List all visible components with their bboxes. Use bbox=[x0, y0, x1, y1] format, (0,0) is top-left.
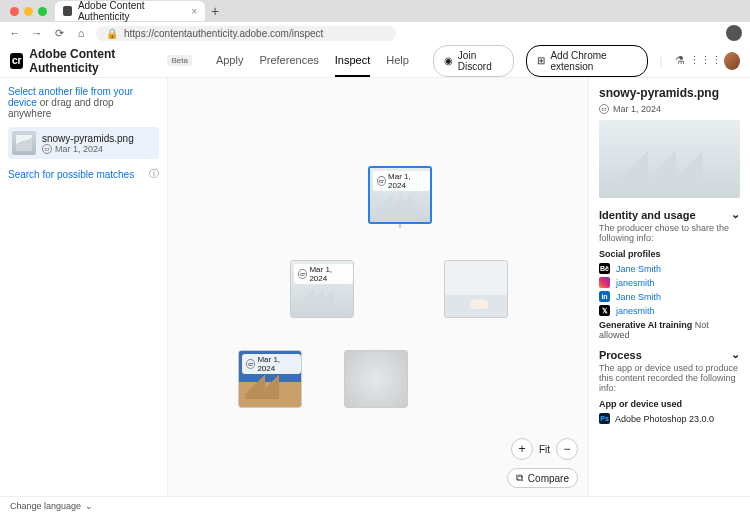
zoom-controls: + Fit − bbox=[511, 438, 578, 460]
compare-icon: ⧉ bbox=[516, 472, 523, 484]
nav-tabs: Apply Preferences Inspect Help bbox=[216, 45, 409, 77]
compare-label: Compare bbox=[528, 473, 569, 484]
behance-icon: Bē bbox=[599, 263, 610, 274]
process-head: Process bbox=[599, 349, 642, 361]
brand-icon: cr bbox=[10, 53, 23, 69]
instagram-icon bbox=[599, 277, 610, 288]
beta-badge: Beta bbox=[167, 55, 191, 66]
main: Select another file from your device or … bbox=[0, 78, 750, 496]
sidebar-left: Select another file from your device or … bbox=[0, 78, 168, 496]
tab-preferences[interactable]: Preferences bbox=[259, 45, 318, 77]
join-discord-button[interactable]: ◉ Join Discord bbox=[433, 45, 515, 77]
panel-title: snowy-pyramids.png bbox=[599, 86, 740, 100]
node-image bbox=[445, 261, 507, 317]
lock-icon: 🔒 bbox=[106, 28, 118, 39]
search-matches-link[interactable]: Search for possible matches bbox=[8, 169, 134, 180]
x-icon: 𝕏 bbox=[599, 305, 610, 316]
apps-grid-icon[interactable]: ⋮⋮⋮ bbox=[698, 54, 712, 68]
footer: Change language ⌄ bbox=[0, 496, 750, 514]
node-tag: crMar 1, 2024 bbox=[373, 171, 430, 191]
close-window-icon[interactable] bbox=[10, 7, 19, 16]
browser-profile-avatar[interactable] bbox=[726, 25, 742, 41]
credentials-icon: cr bbox=[42, 144, 52, 154]
tab-title: Adobe Content Authenticity bbox=[78, 0, 185, 22]
node-leaf-right[interactable] bbox=[344, 350, 408, 408]
brand[interactable]: cr Adobe Content Authenticity Beta bbox=[10, 47, 192, 75]
fit-label: Fit bbox=[539, 444, 550, 455]
discord-label: Join Discord bbox=[458, 50, 504, 72]
node-root[interactable]: crMar 1, 2024 bbox=[368, 166, 432, 224]
profile-linkedin: in Jane Smith bbox=[599, 291, 740, 302]
browser-chrome: Adobe Content Authenticity × + ← → ⟳ ⌂ 🔒… bbox=[0, 0, 750, 44]
favicon-icon bbox=[63, 6, 72, 16]
browser-tab[interactable]: Adobe Content Authenticity × bbox=[55, 1, 205, 21]
credentials-icon: cr bbox=[599, 104, 609, 114]
back-button[interactable]: ← bbox=[8, 27, 22, 39]
upload-hint: Select another file from your device or … bbox=[8, 86, 159, 119]
forward-button[interactable]: → bbox=[30, 27, 44, 39]
process-sub: The app or device used to produce this c… bbox=[599, 363, 740, 393]
provenance-canvas[interactable]: crMar 1, 2024 crMar 1, 2024 crMar 1, 202… bbox=[168, 78, 588, 496]
url-text: https://contentauthenticity.adobe.com/in… bbox=[124, 28, 323, 39]
genai-row: Generative AI training Not allowed bbox=[599, 320, 740, 340]
tab-apply[interactable]: Apply bbox=[216, 45, 244, 77]
file-card[interactable]: snowy-pyramids.png cr Mar 1, 2024 bbox=[8, 127, 159, 159]
node-mid-right[interactable] bbox=[444, 260, 508, 318]
details-panel: snowy-pyramids.png cr Mar 1, 2024 Identi… bbox=[588, 78, 750, 496]
tab-help[interactable]: Help bbox=[386, 45, 409, 77]
node-tag: crMar 1, 2024 bbox=[294, 264, 353, 284]
change-language-button[interactable]: Change language ⌄ bbox=[10, 501, 93, 511]
window-controls[interactable] bbox=[10, 7, 47, 16]
chevron-down-icon[interactable]: ⌄ bbox=[731, 208, 740, 221]
identity-sub: The producer chose to share the followin… bbox=[599, 223, 740, 243]
file-date: cr Mar 1, 2024 bbox=[42, 144, 134, 154]
reload-button[interactable]: ⟳ bbox=[52, 27, 66, 40]
compare-button[interactable]: ⧉ Compare bbox=[507, 468, 578, 488]
linkedin-icon: in bbox=[599, 291, 610, 302]
app-name: Adobe Photoshop 23.0.0 bbox=[615, 414, 714, 424]
photoshop-icon: Ps bbox=[599, 413, 610, 424]
brand-label: Adobe Content Authenticity bbox=[29, 47, 161, 75]
new-tab-button[interactable]: + bbox=[211, 4, 219, 18]
app-used-head: App or device used bbox=[599, 399, 740, 409]
maximize-window-icon[interactable] bbox=[38, 7, 47, 16]
profile-link[interactable]: Jane Smith bbox=[616, 292, 661, 302]
profile-link[interactable]: janesmith bbox=[616, 306, 655, 316]
profile-behance: Bē Jane Smith bbox=[599, 263, 740, 274]
profile-link[interactable]: janesmith bbox=[616, 278, 655, 288]
panel-preview bbox=[599, 120, 740, 198]
home-button[interactable]: ⌂ bbox=[74, 27, 88, 39]
extension-icon: ⊞ bbox=[537, 55, 545, 66]
node-image bbox=[345, 351, 407, 407]
app-row: Ps Adobe Photoshop 23.0.0 bbox=[599, 413, 740, 424]
discord-icon: ◉ bbox=[444, 55, 453, 66]
app-header: cr Adobe Content Authenticity Beta Apply… bbox=[0, 44, 750, 78]
zoom-out-button[interactable]: − bbox=[556, 438, 578, 460]
add-extension-button[interactable]: ⊞ Add Chrome extension bbox=[526, 45, 647, 77]
panel-date: cr Mar 1, 2024 bbox=[599, 104, 740, 114]
social-profiles-head: Social profiles bbox=[599, 249, 740, 259]
file-name: snowy-pyramids.png bbox=[42, 133, 134, 144]
extension-label: Add Chrome extension bbox=[550, 50, 636, 72]
node-mid-left[interactable]: crMar 1, 2024 bbox=[290, 260, 354, 318]
profile-link[interactable]: Jane Smith bbox=[616, 264, 661, 274]
zoom-in-button[interactable]: + bbox=[511, 438, 533, 460]
minimize-window-icon[interactable] bbox=[24, 7, 33, 16]
chevron-down-icon[interactable]: ⌄ bbox=[731, 348, 740, 361]
labs-icon[interactable]: ⚗ bbox=[674, 54, 686, 68]
address-bar[interactable]: 🔒 https://contentauthenticity.adobe.com/… bbox=[96, 26, 396, 41]
user-avatar[interactable] bbox=[724, 52, 740, 70]
info-icon[interactable]: ⓘ bbox=[149, 167, 159, 181]
browser-toolbar: ← → ⟳ ⌂ 🔒 https://contentauthenticity.ad… bbox=[0, 22, 750, 44]
profile-instagram: janesmith bbox=[599, 277, 740, 288]
close-tab-icon[interactable]: × bbox=[191, 6, 197, 17]
file-thumbnail bbox=[12, 131, 36, 155]
node-tag: crMar 1, 2024 bbox=[242, 354, 301, 374]
identity-head: Identity and usage bbox=[599, 209, 696, 221]
profile-x: 𝕏 janesmith bbox=[599, 305, 740, 316]
node-leaf-left[interactable]: crMar 1, 2024 bbox=[238, 350, 302, 408]
chevron-down-icon: ⌄ bbox=[85, 501, 93, 511]
browser-tabbar: Adobe Content Authenticity × + bbox=[0, 0, 750, 22]
tab-inspect[interactable]: Inspect bbox=[335, 45, 370, 77]
